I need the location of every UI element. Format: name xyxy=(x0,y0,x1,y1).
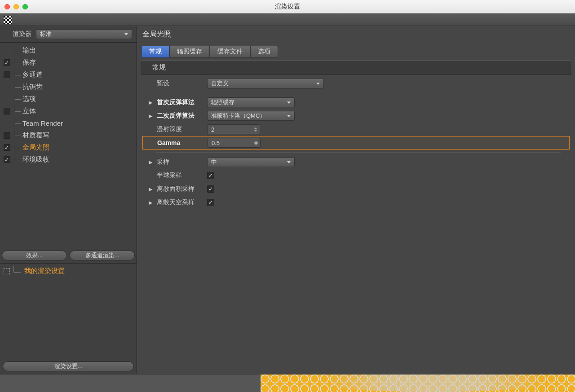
sidebar-item-ao[interactable]: 环境吸收 xyxy=(0,154,137,166)
window-title: 渲染设置 xyxy=(275,3,300,11)
sidebar: 渲染器 标准 输出 保存 多通道 xyxy=(0,26,137,374)
diffuse-depth-field[interactable]: 2 xyxy=(207,124,260,134)
sampling-dropdown[interactable]: 中 xyxy=(207,157,295,167)
gamma-row: Gamma 0.5 xyxy=(142,136,570,150)
multipass-button[interactable]: 多通道渲染... xyxy=(70,251,135,260)
renderer-dropdown[interactable]: 标准 xyxy=(36,29,132,39)
gamma-field[interactable]: 0.5 xyxy=(208,138,261,148)
sidebar-item-options[interactable]: 选项 xyxy=(0,93,137,105)
tab-cachefile[interactable]: 缓存文件 xyxy=(210,46,250,57)
maximize-icon[interactable] xyxy=(22,4,28,9)
disclosure-icon[interactable]: ▶ xyxy=(149,100,153,106)
sidebar-item-teamrender[interactable]: Team Render xyxy=(0,117,137,129)
sidebar-item-output[interactable]: 输出 xyxy=(0,44,137,57)
section-header: 常规 xyxy=(141,60,571,75)
checker-icon[interactable] xyxy=(4,16,12,24)
sidebar-item-matoverride[interactable]: 材质覆写 xyxy=(0,129,137,141)
tabs: 常规 辐照缓存 缓存文件 选项 xyxy=(137,43,575,60)
sidebar-item-stereo[interactable]: 立体 xyxy=(0,105,137,117)
render-settings-button[interactable]: 渲染设置... xyxy=(3,361,134,371)
sidebar-item-multipass[interactable]: 多通道 xyxy=(0,69,137,81)
checkbox[interactable] xyxy=(4,132,10,139)
disclosure-icon[interactable]: ▶ xyxy=(149,113,153,119)
preset-row: 预设 自定义 xyxy=(142,77,570,90)
checkbox[interactable] xyxy=(4,108,10,115)
sidebar-item-gi[interactable]: 全局光照 xyxy=(0,141,137,154)
sidebar-item-antialias[interactable]: 抗锯齿 xyxy=(0,81,137,93)
checkbox[interactable] xyxy=(4,144,10,151)
disclosure-icon[interactable]: ▶ xyxy=(149,159,153,165)
sampling-row: ▶ 采样 中 xyxy=(142,155,570,169)
checkbox[interactable] xyxy=(4,59,10,66)
secondary-row: ▶ 二次反弹算法 准蒙特卡洛（QMC） xyxy=(142,109,570,123)
tab-general[interactable]: 常规 xyxy=(142,46,169,57)
renderer-label: 渲染器 xyxy=(13,30,31,38)
toolbar xyxy=(0,13,575,26)
preset-dropdown[interactable]: 自定义 xyxy=(207,79,324,88)
primary-dropdown[interactable]: 辐照缓存 xyxy=(207,97,295,107)
panel-title: 全局光照 xyxy=(137,26,575,43)
hemisphere-checkbox[interactable] xyxy=(207,172,214,179)
tab-irradiance[interactable]: 辐照缓存 xyxy=(169,46,210,57)
viewport-strip xyxy=(0,374,575,392)
primary-row: ▶ 首次反弹算法 辐照缓存 xyxy=(142,96,570,109)
titlebar: 渲染设置 xyxy=(0,0,575,13)
discrete-area-checkbox[interactable] xyxy=(207,185,214,193)
close-icon[interactable] xyxy=(4,4,10,9)
diffuse-depth-row: 漫射深度 2 xyxy=(142,123,570,136)
my-render-settings[interactable]: 我的渲染设置 xyxy=(0,263,137,278)
checkbox[interactable] xyxy=(4,71,10,78)
settings-tree: 输出 保存 多通道 抗锯齿 选项 xyxy=(0,43,137,167)
checkbox[interactable] xyxy=(4,156,10,163)
discrete-area-row: ▶ 离散面积采样 xyxy=(142,182,570,196)
main-panel: 全局光照 常规 辐照缓存 缓存文件 选项 常规 预设 自定义 ▶ xyxy=(137,26,575,374)
tab-options[interactable]: 选项 xyxy=(250,46,278,57)
discrete-sky-checkbox[interactable] xyxy=(207,199,214,206)
hemisphere-row: 半球采样 xyxy=(142,169,570,182)
sidebar-item-save[interactable]: 保存 xyxy=(0,57,137,69)
discrete-sky-row: ▶ 离散天空采样 xyxy=(142,196,570,209)
effects-button[interactable]: 效果... xyxy=(2,251,67,260)
minimize-icon[interactable] xyxy=(13,4,19,9)
secondary-dropdown[interactable]: 准蒙特卡洛（QMC） xyxy=(207,111,295,121)
disclosure-icon[interactable]: ▶ xyxy=(149,200,153,206)
expand-icon[interactable] xyxy=(4,268,10,274)
disclosure-icon[interactable]: ▶ xyxy=(149,186,153,192)
